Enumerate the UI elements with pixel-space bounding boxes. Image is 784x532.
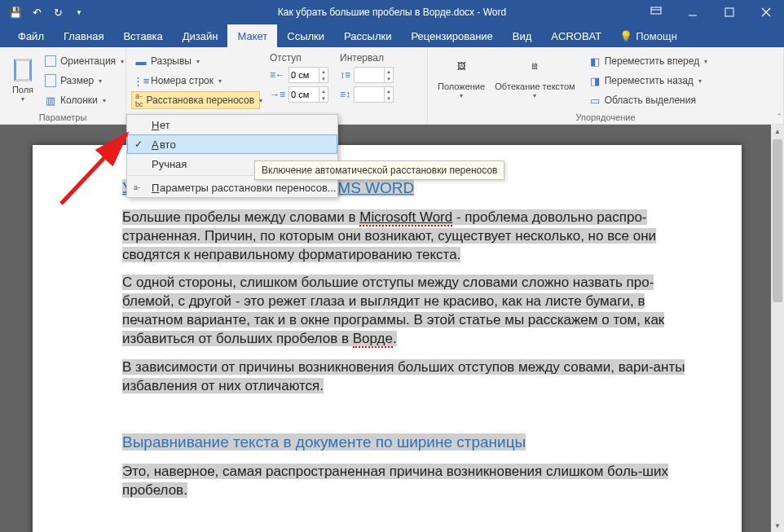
indent-left-input[interactable]: ▲▼ bbox=[288, 67, 328, 83]
spacing-label: Интервал bbox=[340, 52, 394, 64]
space-after-icon: ≡↕ bbox=[340, 89, 350, 100]
group-arrange: Упорядочение bbox=[433, 111, 778, 124]
scroll-thumb[interactable] bbox=[773, 139, 782, 302]
wrap-text-button[interactable]: 🗎Обтекание текстом▾ bbox=[490, 51, 580, 103]
check-icon: ✓ bbox=[134, 138, 143, 150]
indent-label: Отступ bbox=[270, 52, 328, 64]
position-button[interactable]: 🖼Положение▾ bbox=[433, 51, 490, 103]
doc-paragraph-4: Это, наверное, самая распространенная пр… bbox=[122, 463, 701, 500]
forward-icon: ◧ bbox=[588, 55, 601, 68]
doc-paragraph-1: Большие пробелы между словами в Microsof… bbox=[122, 209, 701, 265]
selpane-icon: ▭ bbox=[588, 94, 601, 107]
send-backward-button[interactable]: ◨Переместить назад bbox=[585, 72, 711, 90]
indent-left-icon: ≡← bbox=[270, 69, 285, 81]
tab-layout[interactable]: Макет bbox=[227, 24, 277, 47]
columns-button[interactable]: ▥Колонки bbox=[41, 91, 127, 109]
hyphenation-tooltip: Включение автоматической расстановки пер… bbox=[254, 160, 504, 180]
ribbon-options-icon[interactable] bbox=[637, 0, 674, 24]
window-title: Как убрать большие пробелы в Ворде.docx … bbox=[278, 7, 506, 18]
hyphen-options[interactable]: a-Параметры расстановки переносов... bbox=[127, 178, 337, 197]
orientation-icon bbox=[44, 55, 57, 68]
tab-home[interactable]: Главная bbox=[54, 24, 113, 47]
size-button[interactable]: Размер bbox=[41, 72, 127, 90]
space-after-input[interactable]: ▲▼ bbox=[354, 86, 394, 103]
undo-icon[interactable]: ↶ bbox=[28, 3, 46, 21]
hyphen-opts-icon: a- bbox=[134, 183, 140, 191]
close-icon[interactable] bbox=[747, 0, 784, 24]
tab-references[interactable]: Ссылки bbox=[277, 24, 334, 47]
size-icon bbox=[44, 74, 57, 87]
hyphenation-dropdown: Нет ✓Авто Ручная a-Параметры расстановки… bbox=[126, 114, 338, 198]
hyphen-icon: a-bc bbox=[135, 94, 143, 107]
tab-acrobat[interactable]: ACROBAT bbox=[541, 24, 611, 47]
breaks-button[interactable]: ▬Разрывы bbox=[131, 52, 260, 70]
maximize-icon[interactable] bbox=[711, 0, 747, 24]
backward-icon: ◨ bbox=[588, 74, 601, 87]
tab-file[interactable]: Файл bbox=[8, 24, 54, 47]
breaks-icon: ▬ bbox=[134, 55, 148, 68]
scroll-down-icon[interactable]: ▼ bbox=[771, 519, 784, 532]
linenums-icon: ⋮≡ bbox=[134, 74, 148, 87]
columns-icon: ▥ bbox=[44, 94, 57, 107]
minimize-icon[interactable] bbox=[674, 0, 711, 24]
doc-paragraph-2: С одной стороны, слишком большие отступы… bbox=[122, 274, 701, 349]
wrap-icon: 🗎 bbox=[522, 54, 548, 80]
position-icon: 🖼 bbox=[448, 54, 474, 80]
orientation-button[interactable]: Ориентация bbox=[41, 52, 127, 70]
scroll-up-icon[interactable]: ▲ bbox=[771, 125, 784, 138]
bulb-icon: 💡 bbox=[619, 30, 632, 42]
tab-mailings[interactable]: Рассылки bbox=[334, 24, 401, 47]
space-before-input[interactable]: ▲▼ bbox=[354, 67, 394, 83]
margins-icon bbox=[10, 57, 36, 83]
space-before-icon: ↕≡ bbox=[340, 69, 350, 81]
indent-right-icon: →≡ bbox=[270, 89, 285, 100]
save-icon[interactable]: 💾 bbox=[7, 3, 24, 21]
tab-insert[interactable]: Вставка bbox=[113, 24, 172, 47]
group-page-setup: Параметры bbox=[5, 111, 121, 124]
bring-forward-button[interactable]: ◧Переместить вперед bbox=[585, 52, 711, 70]
document-page[interactable]: Убираем большие пробелы в MS WORD Больши… bbox=[33, 145, 742, 532]
doc-heading-2: Выравнивание текста в документе по ширин… bbox=[122, 433, 526, 451]
qat-customize-icon[interactable]: ▼ bbox=[70, 3, 88, 21]
tab-review[interactable]: Рецензирование bbox=[401, 24, 502, 47]
selection-pane-button[interactable]: ▭Область выделения bbox=[585, 91, 711, 109]
tab-design[interactable]: Дизайн bbox=[173, 24, 228, 47]
svg-rect-0 bbox=[651, 7, 661, 14]
hyphen-auto[interactable]: ✓Авто bbox=[127, 134, 337, 154]
vertical-scrollbar[interactable]: ▲ ▼ bbox=[771, 125, 784, 532]
collapse-ribbon-icon[interactable]: ˆ bbox=[778, 113, 781, 122]
margins-button[interactable]: Поля▾ bbox=[5, 51, 41, 109]
redo-icon[interactable]: ↻ bbox=[49, 3, 67, 21]
tell-me[interactable]: 💡Помощн bbox=[619, 30, 677, 42]
svg-rect-3 bbox=[725, 8, 733, 16]
hyphenation-button[interactable]: a-bcРасстановка переносов bbox=[131, 91, 260, 109]
line-numbers-button[interactable]: ⋮≡Номера строк bbox=[131, 72, 260, 90]
doc-paragraph-3: В зависимости от причины возникновения б… bbox=[122, 358, 701, 396]
hyphen-none[interactable]: Нет bbox=[127, 115, 337, 134]
indent-right-input[interactable]: ▲▼ bbox=[288, 86, 328, 103]
tab-view[interactable]: Вид bbox=[503, 24, 542, 47]
